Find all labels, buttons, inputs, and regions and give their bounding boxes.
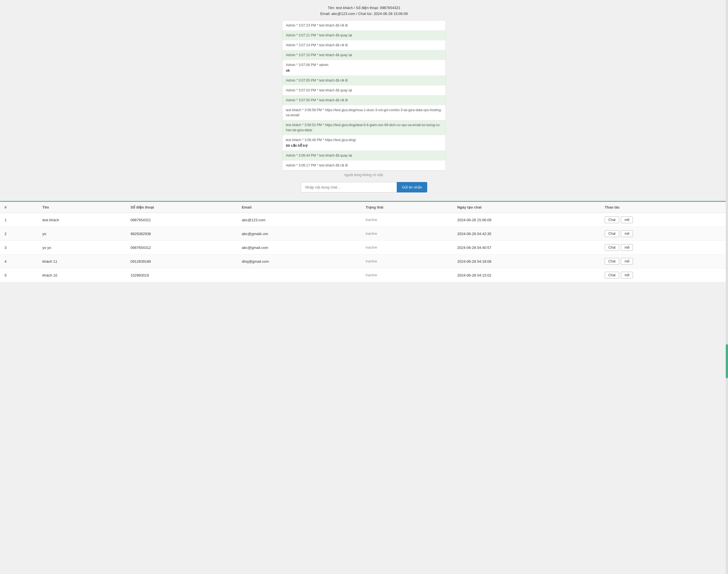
chat-message: Admin * 3:06:17 PM * test khách đã rời đ… (283, 161, 445, 170)
cell-0: 5 (0, 269, 38, 282)
cell-5: 2024-06-28 04:40:57 (453, 241, 600, 254)
header-line1: Tên: test khách / Số điện thoại: 0987654… (328, 6, 400, 10)
table-row: 4khách 110912839189dhsj@gmail.cominactiv… (0, 254, 728, 269)
action-buttons: Chat mở (605, 272, 724, 279)
cell-2: 9829382938 (126, 227, 237, 241)
chat-window: Admin * 3:07:23 PM * test khách đã rời đ… (282, 20, 446, 171)
cell-0: 2 (0, 227, 38, 241)
table-section: # Tên Số điện thoại Email Trạng thái Ngà… (0, 201, 728, 282)
open-button[interactable]: mở (621, 272, 633, 279)
cell-1: yo (38, 227, 126, 241)
status-badge: inactive (361, 213, 453, 227)
action-buttons: Chat mở (605, 244, 724, 251)
chat-table: # Tên Số điện thoại Email Trạng thái Ngà… (0, 202, 728, 282)
col-name: Tên (38, 202, 126, 213)
chat-message: Admin * 3:07:03 PM * test khách đã quay … (283, 85, 445, 95)
action-cell: Chat mở (600, 227, 728, 241)
chat-message: Admin * 3:07:21 PM * test khách đã quay … (283, 31, 445, 40)
chat-button[interactable]: Chat (605, 272, 619, 279)
cell-3 (237, 269, 361, 282)
table-row: 2yo9829382938abc@gmailc.ominactive2024-0… (0, 227, 728, 241)
message-sender: Admin * 3:07:14 PM * test khách đã rời đ… (286, 43, 348, 47)
status-badge: inactive (361, 227, 453, 241)
chat-button[interactable]: Chat (605, 244, 619, 251)
cell-5: 2024-06-28 04:18:08 (453, 254, 600, 269)
chat-message: Admin * 3:07:10 PM * test khách đã quay … (283, 50, 445, 60)
cell-0: 1 (0, 213, 38, 227)
message-sender: Admin * 3:07:10 PM * test khách đã quay … (286, 53, 352, 57)
message-sender: Admin * 3:06:44 PM * test khách đã quay … (286, 154, 352, 158)
chat-button[interactable]: Chat (605, 216, 619, 223)
chat-message: test khách * 3:06:48 PM * https://test.g… (283, 135, 445, 151)
table-row: 5khách 10102983019inactive2024-06-28 04:… (0, 269, 728, 282)
cell-2: 0987654321 (126, 213, 237, 227)
message-sender: test khách * 3:06:58 PM * https://test.g… (286, 108, 442, 117)
cell-2: 0912839189 (126, 254, 237, 269)
message-sender: Admin * 3:07:00 PM * test khách đã rời đ… (286, 98, 348, 102)
chat-message: Admin * 3:07:06 PM * adminok (283, 60, 445, 76)
table-row: 1test khách0987654321abc@123.cominactive… (0, 213, 728, 227)
table-header-row: # Tên Số điện thoại Email Trạng thái Ngà… (0, 202, 728, 213)
top-section: Tên: test khách / Số điện thoại: 0987654… (0, 0, 728, 201)
col-date: Ngày tạo chat (453, 202, 600, 213)
message-sender: Admin * 3:07:21 PM * test khách đã quay … (286, 33, 352, 37)
action-buttons: Chat mở (605, 216, 724, 223)
chat-message: Admin * 3:07:23 PM * test khách đã rời đ… (283, 20, 445, 31)
chat-button[interactable]: Chat (605, 258, 619, 265)
cell-1: khách 11 (38, 254, 126, 269)
chat-message: Admin * 3:07:00 PM * test khách đã rời đ… (283, 95, 445, 105)
chat-input[interactable] (301, 182, 397, 193)
cell-3: abc@gmailc.om (237, 227, 361, 241)
open-button[interactable]: mở (621, 258, 633, 265)
action-cell: Chat mở (600, 213, 728, 227)
open-button[interactable]: mở (621, 216, 633, 223)
send-button[interactable]: Gửi tin nhắn (397, 182, 427, 193)
col-num: # (0, 202, 38, 213)
col-phone: Số điện thoại (126, 202, 237, 213)
cell-3: abc@123.com (237, 213, 361, 227)
cell-1: yo yo (38, 241, 126, 254)
open-button[interactable]: mở (621, 230, 633, 237)
message-sender: Admin * 3:07:06 PM * admin (286, 63, 329, 67)
message-sender: test khách * 3:06:48 PM * https://test.g… (286, 138, 356, 142)
message-sender: Admin * 3:06:17 PM * test khách đã rời đ… (286, 163, 348, 167)
cell-1: test khách (38, 213, 126, 227)
scrollbar[interactable] (726, 0, 728, 282)
status-badge: inactive (361, 269, 453, 282)
cell-3: abc@gmail.com (237, 241, 361, 254)
cell-0: 4 (0, 254, 38, 269)
table-row: 3yo yo0987654312abc@gmail.cominactive202… (0, 241, 728, 254)
cell-2: 0987654312 (126, 241, 237, 254)
col-action: Thao tác (600, 202, 728, 213)
action-buttons: Chat mở (605, 230, 724, 237)
cell-0: 3 (0, 241, 38, 254)
chat-message: test khách * 3:06:58 PM * https://test.g… (283, 105, 445, 120)
chat-message: Admin * 3:07:05 PM * test khách đã rời đ… (283, 76, 445, 85)
action-cell: Chat mở (600, 254, 728, 269)
chat-message: Admin * 3:07:14 PM * test khách đã rời đ… (283, 40, 445, 50)
cell-5: 2024-06-28 04:42:35 (453, 227, 600, 241)
chat-input-row: Gửi tin nhắn (301, 179, 427, 198)
chat-button[interactable]: Chat (605, 230, 619, 237)
chat-message: Admin * 3:06:44 PM * test khách đã quay … (283, 151, 445, 161)
status-badge: inactive (361, 254, 453, 269)
offline-notice: người dùng không có mặt. (344, 171, 384, 179)
open-button[interactable]: mở (621, 244, 633, 251)
message-sender: Admin * 3:07:05 PM * test khách đã rời đ… (286, 78, 348, 82)
message-sender: test khách * 3:06:52 PM * https://test.g… (286, 123, 440, 132)
message-body: ok (286, 68, 442, 73)
cell-1: khách 10 (38, 269, 126, 282)
action-buttons: Chat mở (605, 258, 724, 265)
col-email: Email (237, 202, 361, 213)
header-line2: Email: abc@123.com / Chat lúc: 2024-06-2… (320, 11, 408, 16)
cell-5: 2024-06-28 15:06:09 (453, 213, 600, 227)
action-cell: Chat mở (600, 269, 728, 282)
col-status: Trạng thái (361, 202, 453, 213)
action-cell: Chat mở (600, 241, 728, 254)
message-sender: Admin * 3:07:23 PM * test khách đã rời đ… (286, 24, 348, 27)
chat-message: test khách * 3:06:52 PM * https://test.g… (283, 120, 445, 135)
message-sender: Admin * 3:07:03 PM * test khách đã quay … (286, 88, 352, 92)
cell-2: 102983019 (126, 269, 237, 282)
cell-3: dhsj@gmail.com (237, 254, 361, 269)
cell-5: 2024-06-28 04:15:02 (453, 269, 600, 282)
